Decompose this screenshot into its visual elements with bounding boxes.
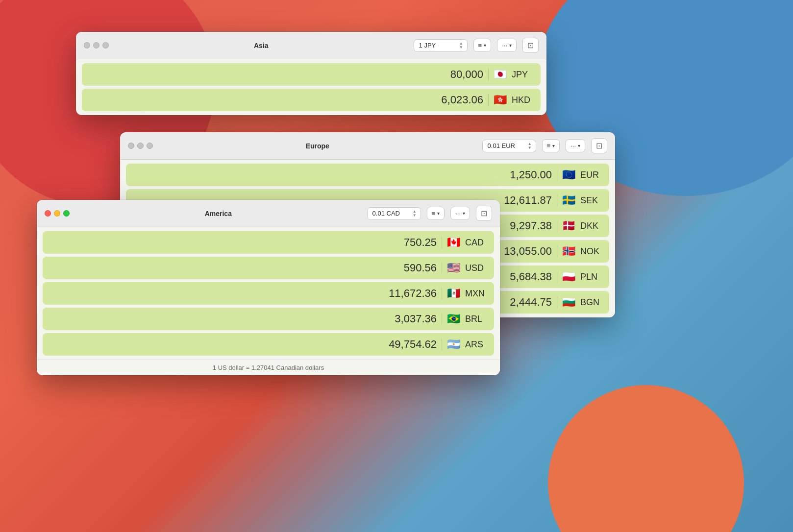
- currency-value-asia: 1 JPY: [419, 42, 456, 49]
- code-bgn: BGN: [580, 297, 602, 308]
- bg-shape-orange: [548, 385, 744, 532]
- menu-chevron-america: ▾: [437, 211, 440, 216]
- code-pln: PLN: [580, 272, 602, 282]
- stepper-down-america[interactable]: ▼: [413, 214, 417, 218]
- titlebar-asia: Asia 1 JPY ▲ ▼ ≡ ▾ ··· ▾ ⊡: [76, 32, 546, 59]
- flag-nok: 🇳🇴: [562, 246, 575, 257]
- options-icon-asia: ···: [502, 42, 507, 49]
- close-button-asia[interactable]: [84, 42, 90, 48]
- sidebar-icon-europe: ⊡: [596, 142, 602, 150]
- flag-bgn: 🇧🇬: [562, 297, 575, 308]
- flag-ars: 🇦🇷: [447, 339, 460, 350]
- flag-usd: 🇺🇸: [447, 263, 460, 273]
- stepper-asia[interactable]: ▲ ▼: [459, 42, 463, 49]
- menu-button-europe[interactable]: ≡ ▾: [542, 139, 560, 152]
- flag-dkk: 🇩🇰: [562, 220, 575, 231]
- window-asia: Asia 1 JPY ▲ ▼ ≡ ▾ ··· ▾ ⊡ 80,000 🇯🇵 JPY: [76, 32, 546, 115]
- window-title-america: America: [205, 210, 232, 218]
- maximize-button-europe[interactable]: [147, 143, 153, 149]
- stepper-america[interactable]: ▲ ▼: [413, 210, 417, 218]
- status-text-america: 1 US dollar = 1.27041 Canadian dollars: [213, 364, 324, 371]
- close-button-america[interactable]: [45, 210, 51, 217]
- code-cad: CAD: [465, 238, 487, 248]
- window-title-europe: Europe: [306, 142, 329, 150]
- currency-row-ars: 49,754.62 🇦🇷 ARS: [43, 333, 494, 356]
- menu-button-asia[interactable]: ≡ ▾: [473, 39, 492, 52]
- currency-value-europe: 0.01 EUR: [488, 142, 525, 149]
- currency-picker-europe[interactable]: 0.01 EUR ▲ ▼: [482, 140, 536, 152]
- code-mxn: MXN: [465, 289, 487, 299]
- minimize-button-america[interactable]: [54, 210, 60, 217]
- divider-cad: [442, 237, 442, 248]
- status-bar-america: 1 US dollar = 1.27041 Canadian dollars: [37, 360, 500, 375]
- divider-eur: [557, 169, 557, 181]
- maximize-button-asia[interactable]: [102, 42, 109, 48]
- minimize-button-asia[interactable]: [93, 42, 99, 48]
- divider-jpy: [488, 69, 489, 80]
- flag-sek: 🇸🇪: [562, 195, 575, 206]
- flag-hkd: 🇭🇰: [494, 95, 507, 105]
- options-chevron-america: ▾: [463, 211, 465, 216]
- currency-rows-america: 750.25 🇨🇦 CAD 590.56 🇺🇸 USD 11,672.36 🇲🇽…: [37, 227, 500, 360]
- flag-pln: 🇵🇱: [562, 271, 575, 282]
- currency-rows-asia: 80,000 🇯🇵 JPY 6,023.06 🇭🇰 HKD: [76, 59, 546, 115]
- flag-jpy: 🇯🇵: [494, 69, 507, 80]
- amount-brl: 3,037.36: [50, 313, 437, 325]
- amount-ars: 49,754.62: [50, 338, 437, 351]
- flag-brl: 🇧🇷: [447, 314, 460, 324]
- window-america: America 0.01 CAD ▲ ▼ ≡ ▾ ··· ▾ ⊡ 750.25 …: [37, 200, 500, 375]
- flag-eur: 🇪🇺: [562, 169, 575, 180]
- flag-cad: 🇨🇦: [447, 237, 460, 248]
- currency-row-brl: 3,037.36 🇧🇷 BRL: [43, 308, 494, 330]
- titlebar-europe: Europe 0.01 EUR ▲ ▼ ≡ ▾ ··· ▾ ⊡: [120, 132, 615, 160]
- close-button-europe[interactable]: [128, 143, 134, 149]
- options-button-asia[interactable]: ··· ▾: [497, 39, 517, 52]
- menu-icon-america: ≡: [432, 210, 436, 217]
- traffic-lights-europe: [128, 143, 153, 149]
- amount-usd: 590.56: [50, 262, 437, 274]
- code-brl: BRL: [465, 314, 487, 324]
- code-dkk: DKK: [580, 221, 602, 231]
- divider-brl: [442, 313, 442, 325]
- maximize-button-america[interactable]: [63, 210, 70, 217]
- window-title-asia: Asia: [254, 42, 269, 49]
- code-sek: SEK: [580, 195, 602, 206]
- menu-icon-asia: ≡: [478, 42, 482, 49]
- sidebar-button-europe[interactable]: ⊡: [591, 138, 607, 153]
- minimize-button-europe[interactable]: [137, 143, 144, 149]
- currency-picker-america[interactable]: 0.01 CAD ▲ ▼: [367, 207, 421, 220]
- divider-usd: [442, 262, 442, 274]
- options-chevron-europe: ▾: [578, 143, 580, 148]
- menu-icon-europe: ≡: [547, 142, 551, 149]
- code-usd: USD: [465, 263, 487, 273]
- stepper-down-asia[interactable]: ▼: [459, 46, 463, 49]
- currency-row-eur: 1,250.00 🇪🇺 EUR: [126, 164, 609, 186]
- menu-button-america[interactable]: ≡ ▾: [427, 207, 445, 220]
- divider-dkk: [557, 220, 557, 232]
- amount-eur: 1,250.00: [133, 169, 552, 181]
- currency-row-cad: 750.25 🇨🇦 CAD: [43, 231, 494, 254]
- code-nok: NOK: [580, 246, 602, 257]
- currency-row-jpy: 80,000 🇯🇵 JPY: [82, 63, 541, 86]
- stepper-europe[interactable]: ▲ ▼: [528, 142, 532, 150]
- divider-mxn: [442, 288, 442, 299]
- currency-row-mxn: 11,672.36 🇲🇽 MXN: [43, 282, 494, 305]
- traffic-lights-america: [45, 210, 70, 217]
- code-hkd: HKD: [512, 95, 534, 105]
- amount-mxn: 11,672.36: [50, 287, 437, 300]
- divider-bgn: [557, 296, 557, 308]
- divider-pln: [557, 271, 557, 283]
- currency-picker-asia[interactable]: 1 JPY ▲ ▼: [414, 39, 468, 52]
- stepper-down-europe[interactable]: ▼: [528, 146, 532, 150]
- currency-row-hkd: 6,023.06 🇭🇰 HKD: [82, 89, 541, 111]
- menu-chevron-europe: ▾: [552, 143, 555, 148]
- options-button-europe[interactable]: ··· ▾: [566, 139, 585, 152]
- amount-jpy: 80,000: [89, 68, 483, 81]
- amount-hkd: 6,023.06: [89, 94, 483, 106]
- sidebar-button-asia[interactable]: ⊡: [522, 38, 539, 53]
- sidebar-icon-asia: ⊡: [527, 41, 534, 49]
- options-button-america[interactable]: ··· ▾: [450, 207, 470, 220]
- options-icon-europe: ···: [570, 142, 576, 149]
- menu-chevron-asia: ▾: [484, 43, 486, 48]
- sidebar-button-america[interactable]: ⊡: [476, 206, 492, 221]
